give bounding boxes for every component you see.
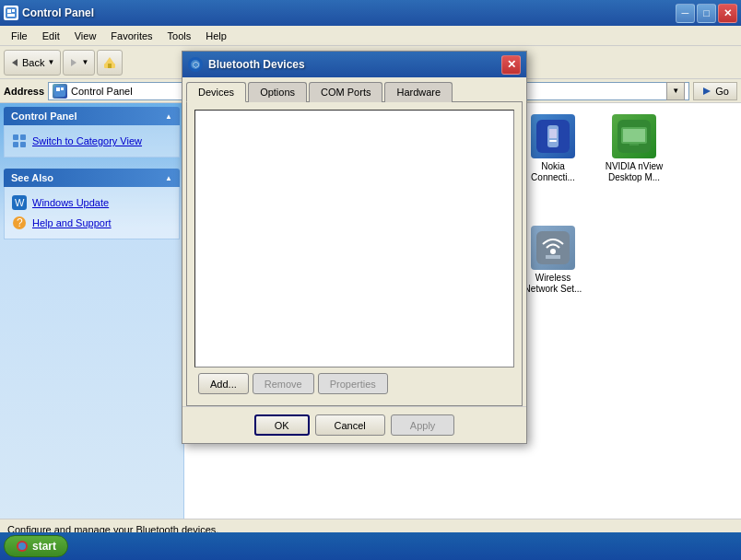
back-button[interactable]: Back ▼ xyxy=(4,50,61,76)
address-icon xyxy=(53,84,67,99)
dialog-icon: ⬡ xyxy=(188,57,203,72)
tab-devices[interactable]: Devices xyxy=(186,82,246,102)
close-button[interactable]: ✕ xyxy=(718,4,737,23)
menu-favorites[interactable]: Favorites xyxy=(103,29,159,43)
forward-button[interactable]: ▼ xyxy=(63,50,95,76)
address-dropdown-icon[interactable]: ▼ xyxy=(666,82,685,100)
windows-update-icon: W xyxy=(12,195,27,210)
icon-nokia[interactable]: Nokia Connecti... xyxy=(516,111,590,187)
add-button[interactable]: Add... xyxy=(198,373,249,394)
ok-button[interactable]: OK xyxy=(254,414,310,436)
maximize-button[interactable]: □ xyxy=(697,4,716,23)
svg-rect-16 xyxy=(20,142,26,147)
menu-edit[interactable]: Edit xyxy=(35,29,67,43)
svg-rect-13 xyxy=(13,134,18,140)
menu-bar: File Edit View Favorites Tools Help xyxy=(0,26,741,46)
address-value: Control Panel xyxy=(71,86,133,97)
switch-category-view-link[interactable]: Switch to Category View xyxy=(12,131,171,151)
taskbar: start xyxy=(0,532,741,560)
menu-tools[interactable]: Tools xyxy=(160,29,199,43)
sidebar: Control Panel ▲ xyxy=(0,103,184,519)
svg-rect-39 xyxy=(549,129,557,138)
help-support-icon: ? xyxy=(12,216,27,230)
see-also-title: See Also xyxy=(11,172,53,183)
go-button[interactable]: Go xyxy=(693,82,737,100)
nokia-label: Nokia Connecti... xyxy=(520,161,586,183)
help-support-label: Help and Support xyxy=(32,217,112,228)
see-also-section: See Also ▲ W Windows Update xyxy=(4,169,180,239)
svg-rect-11 xyxy=(61,88,64,90)
apply-button[interactable]: Apply xyxy=(391,414,455,436)
tab-com-ports[interactable]: COM Ports xyxy=(309,82,382,102)
svg-rect-40 xyxy=(549,140,557,142)
remove-button[interactable]: Remove xyxy=(253,373,314,394)
svg-text:⬡: ⬡ xyxy=(193,61,199,69)
dialog-title-bar: ⬡ Bluetooth Devices ✕ xyxy=(182,52,526,77)
svg-rect-2 xyxy=(12,9,15,12)
svg-rect-14 xyxy=(20,134,26,140)
control-panel-section-body: Switch to Category View xyxy=(4,125,180,158)
svg-rect-3 xyxy=(7,14,15,17)
svg-marker-4 xyxy=(12,59,18,66)
svg-rect-10 xyxy=(56,88,60,91)
svg-point-68 xyxy=(550,249,556,254)
switch-view-icon xyxy=(12,134,27,148)
nview-label: NVIDIA nView Desktop M... xyxy=(601,161,667,183)
dialog-tab-bar: Devices Options COM Ports Hardware xyxy=(182,77,526,101)
svg-rect-1 xyxy=(7,9,11,13)
svg-rect-67 xyxy=(536,231,570,264)
svg-rect-69 xyxy=(546,255,560,259)
start-button[interactable]: start xyxy=(4,535,68,557)
cancel-button[interactable]: Cancel xyxy=(315,414,385,436)
icon-wireless[interactable]: Wireless Network Set... xyxy=(516,222,590,298)
windows-update-label: Windows Update xyxy=(32,197,109,208)
windows-update-link[interactable]: W Windows Update xyxy=(12,192,171,213)
device-list[interactable] xyxy=(194,110,514,368)
svg-rect-43 xyxy=(623,129,645,142)
svg-marker-5 xyxy=(71,59,76,66)
go-label: Go xyxy=(715,86,729,97)
back-dropdown-icon: ▼ xyxy=(47,58,54,66)
help-support-link[interactable]: ? Help and Support xyxy=(12,213,171,233)
see-also-section-header: See Also ▲ xyxy=(4,169,180,187)
svg-point-73 xyxy=(18,542,26,550)
control-panel-section: Control Panel ▲ xyxy=(4,107,180,158)
nview-icon-img xyxy=(612,114,656,158)
svg-rect-8 xyxy=(108,64,112,68)
bluetooth-dialog: ⬡ Bluetooth Devices ✕ Devices Options CO… xyxy=(182,51,527,444)
menu-help[interactable]: Help xyxy=(198,29,234,43)
switch-category-label: Switch to Category View xyxy=(32,135,142,146)
svg-text:W: W xyxy=(15,197,25,208)
see-also-collapse-icon: ▲ xyxy=(165,174,172,182)
window-icon xyxy=(4,6,18,20)
tab-options[interactable]: Options xyxy=(248,82,307,102)
nokia-icon-img xyxy=(531,114,575,158)
dialog-action-buttons: Add... Remove Properties xyxy=(194,368,514,398)
dialog-main-buttons: OK Cancel Apply xyxy=(182,406,526,443)
tab-hardware[interactable]: Hardware xyxy=(384,82,453,102)
see-also-body: W Windows Update ? xyxy=(4,187,180,239)
properties-button[interactable]: Properties xyxy=(318,373,388,394)
icon-nview[interactable]: NVIDIA nView Desktop M... xyxy=(597,111,671,187)
dialog-title: Bluetooth Devices xyxy=(208,58,496,71)
title-bar: Control Panel ─ □ ✕ xyxy=(0,0,741,26)
wireless-label: Wireless Network Set... xyxy=(520,273,586,295)
control-panel-collapse-icon: ▲ xyxy=(165,112,172,121)
svg-rect-45 xyxy=(627,146,641,147)
window-controls: ─ □ ✕ xyxy=(676,4,737,23)
menu-file[interactable]: File xyxy=(4,29,35,43)
forward-dropdown-icon: ▼ xyxy=(81,58,88,66)
minimize-button[interactable]: ─ xyxy=(676,4,695,23)
address-label: Address xyxy=(4,86,44,97)
back-label: Back xyxy=(22,57,44,68)
control-panel-section-title: Control Panel xyxy=(11,111,77,122)
up-button[interactable] xyxy=(97,50,123,76)
svg-marker-7 xyxy=(105,57,114,64)
dialog-tab-content: Add... Remove Properties xyxy=(186,101,523,406)
control-panel-section-header: Control Panel ▲ xyxy=(4,107,180,125)
menu-view[interactable]: View xyxy=(67,29,104,43)
window-title: Control Panel xyxy=(22,6,672,19)
dialog-close-button[interactable]: ✕ xyxy=(501,55,521,75)
svg-marker-12 xyxy=(703,88,711,95)
svg-text:?: ? xyxy=(17,216,23,229)
